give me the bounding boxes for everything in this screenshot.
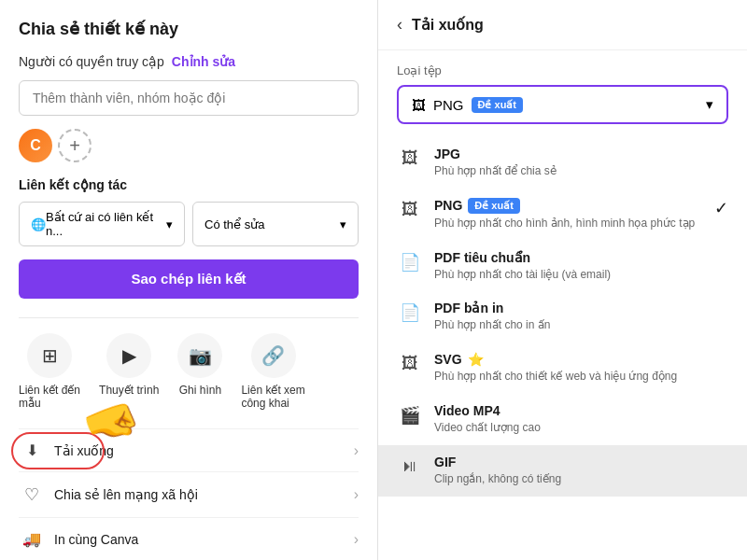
png-name: PNG Đề xuất <box>434 198 698 214</box>
link-option2-label: Có thể sửa <box>204 217 264 231</box>
svg-icon: 🖼 <box>397 354 423 373</box>
svg-name: SVG ⭐ <box>434 352 728 367</box>
mp4-text: Video MP4 Video chất lượng cao <box>434 403 728 436</box>
selector-icon: 🖼 <box>412 97 426 113</box>
format-item-pdf-print[interactable]: 📄 PDF bản in Phù hợp nhất cho in ấn <box>378 291 747 343</box>
access-row: Người có quyền truy cập Chỉnh sửa <box>19 54 359 69</box>
panel-title: Chia sẻ thiết kế này <box>19 19 359 39</box>
record-icon: 📷 <box>177 333 222 378</box>
mp4-desc: Video chất lượng cao <box>434 420 728 436</box>
selected-format: PNG <box>433 97 464 113</box>
file-type-section: Loại tệp 🖼 PNG Đề xuất ▾ <box>378 50 747 130</box>
icon-record[interactable]: 📷 Ghi hình <box>177 333 222 410</box>
mp4-icon: 🎬 <box>397 405 423 426</box>
selector-left: 🖼 PNG Đề xuất <box>412 97 523 113</box>
edit-link[interactable]: Chỉnh sửa <box>172 54 235 69</box>
icon-presentation-label: Thuyết trình <box>99 384 159 397</box>
link-section-label: Liên kết cộng tác <box>19 177 359 192</box>
social-icon: ♡ <box>19 484 45 505</box>
menu-item-download[interactable]: ⬇ Tải xuống › 🤜 <box>19 428 359 471</box>
icon-presentation[interactable]: ▶ Thuyết trình <box>99 333 159 410</box>
social-chevron-icon: › <box>354 486 359 503</box>
jpg-icon: 🖼 <box>397 148 423 168</box>
svg-gold-badge: ⭐ <box>468 352 484 367</box>
pdf-print-name: PDF bản in <box>434 301 728 315</box>
jpg-text: JPG Phù hợp nhất để chia sẻ <box>434 147 728 179</box>
download-label: Tải xuống <box>54 443 114 458</box>
link-option1-label: Bất cứ ai có liên kết n... <box>46 210 166 238</box>
avatar-row: C + <box>19 129 359 162</box>
copy-link-button[interactable]: Sao chép liên kết <box>19 259 359 299</box>
gif-name: GIF <box>434 455 728 469</box>
access-label: Người có quyền truy cập <box>19 54 164 69</box>
public-link-icon: 🔗 <box>251 333 296 378</box>
right-panel-title: Tải xuống <box>412 16 484 34</box>
presentation-icon: ▶ <box>106 333 151 378</box>
jpg-name: JPG <box>434 147 728 161</box>
icon-public-link-label: Liên kết xemcông khai <box>241 384 304 410</box>
gif-desc: Clip ngắn, không có tiếng <box>434 471 728 487</box>
right-header: ‹ Tải xuống <box>378 0 747 50</box>
icon-public-link[interactable]: 🔗 Liên kết xemcông khai <box>241 333 304 410</box>
right-panel: ‹ Tải xuống Loại tệp 🖼 PNG Đề xuất ▾ 🖼 J… <box>378 0 747 560</box>
format-item-pdf-standard[interactable]: 📄 PDF tiêu chuẩn Phù hợp nhất cho tài li… <box>378 241 747 292</box>
pdf-standard-name: PDF tiêu chuẩn <box>434 250 728 265</box>
social-label: Chia sẻ lên mạng xã hội <box>54 487 198 502</box>
member-input[interactable] <box>19 80 359 116</box>
icon-link-template[interactable]: ⊞ Liên kết đếnmẫu <box>19 333 80 410</box>
print-icon: 🚚 <box>19 530 45 548</box>
png-icon: 🖼 <box>397 200 423 219</box>
svg-desc: Phù hợp nhất cho thiết kế web và hiệu ứn… <box>434 369 728 385</box>
icon-link-template-label: Liên kết đếnmẫu <box>19 384 80 410</box>
mp4-name: Video MP4 <box>434 403 728 418</box>
jpg-desc: Phù hợp nhất để chia sẻ <box>434 163 728 179</box>
file-type-label: Loại tệp <box>397 63 728 77</box>
format-item-jpg[interactable]: 🖼 JPG Phù hợp nhất để chia sẻ <box>378 137 747 189</box>
left-panel: Chia sẻ thiết kế này Người có quyền truy… <box>0 0 378 560</box>
pdf-standard-desc: Phù hợp nhất cho tài liệu (và email) <box>434 267 728 283</box>
menu-item-social[interactable]: ♡ Chia sẻ lên mạng xã hội › <box>19 471 359 517</box>
pdf-standard-icon: 📄 <box>397 252 423 273</box>
format-item-mp4[interactable]: 🎬 Video MP4 Video chất lượng cao <box>378 394 747 445</box>
chevron-down-icon: ▾ <box>166 217 173 231</box>
print-label: In cùng Canva <box>54 532 138 547</box>
link-template-icon: ⊞ <box>27 333 72 378</box>
add-avatar-button[interactable]: + <box>58 129 92 162</box>
download-chevron-icon: › <box>354 442 359 459</box>
format-dropdown-list: 🖼 JPG Phù hợp nhất để chia sẻ 🖼 PNG Đề x… <box>378 130 747 504</box>
icon-grid: ⊞ Liên kết đếnmẫu ▶ Thuyết trình 📷 Ghi h… <box>19 333 359 410</box>
icon-record-label: Ghi hình <box>179 384 221 397</box>
pdf-print-icon: 📄 <box>397 302 423 323</box>
menu-items: ⬇ Tải xuống › 🤜 ♡ Chia sẻ lên mạng xã hộ… <box>19 428 359 560</box>
pdf-print-text: PDF bản in Phù hợp nhất cho in ấn <box>434 301 728 333</box>
chevron-down-icon-2: ▾ <box>340 217 346 231</box>
png-check-icon: ✓ <box>710 198 728 218</box>
back-button[interactable]: ‹ <box>397 15 402 35</box>
divider <box>19 317 359 318</box>
globe-icon: 🌐 <box>31 217 46 231</box>
file-type-selector[interactable]: 🖼 PNG Đề xuất ▾ <box>397 85 728 124</box>
gif-text: GIF Clip ngắn, không có tiếng <box>434 455 728 487</box>
link-visibility-select[interactable]: 🌐 Bất cứ ai có liên kết n... ▾ <box>19 202 185 246</box>
format-item-png[interactable]: 🖼 PNG Đề xuất Phù hợp nhất cho hình ảnh,… <box>378 189 747 241</box>
avatar: C <box>19 129 52 162</box>
menu-item-print[interactable]: 🚚 In cùng Canva › <box>19 517 359 560</box>
link-permission-select[interactable]: Có thể sửa ▾ <box>192 202 359 246</box>
pdf-print-desc: Phù hợp nhất cho in ấn <box>434 317 728 333</box>
png-desc: Phù hợp nhất cho hình ảnh, hình minh họa… <box>434 216 698 231</box>
format-item-svg[interactable]: 🖼 SVG ⭐ Phù hợp nhất cho thiết kế web và… <box>378 343 747 394</box>
download-icon: ⬇ <box>19 441 45 459</box>
selector-chevron-icon: ▾ <box>706 96 713 113</box>
gif-icon: ⏯ <box>397 456 423 476</box>
svg-text: SVG ⭐ Phù hợp nhất cho thiết kế web và h… <box>434 352 728 385</box>
format-item-gif[interactable]: ⏯ GIF Clip ngắn, không có tiếng <box>378 445 747 497</box>
pdf-standard-text: PDF tiêu chuẩn Phù hợp nhất cho tài liệu… <box>434 250 728 283</box>
png-text: PNG Đề xuất Phù hợp nhất cho hình ảnh, h… <box>434 198 698 231</box>
print-chevron-icon: › <box>354 531 359 548</box>
png-badge: Đề xuất <box>468 198 520 214</box>
link-options: 🌐 Bất cứ ai có liên kết n... ▾ Có thể sử… <box>19 202 359 246</box>
selected-badge: Đề xuất <box>472 97 524 113</box>
